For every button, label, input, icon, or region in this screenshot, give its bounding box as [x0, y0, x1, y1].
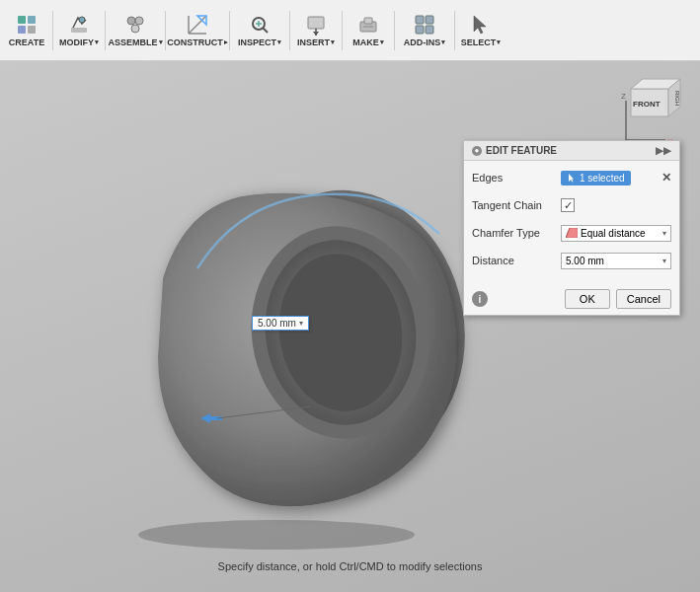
- make-icon: [357, 14, 379, 36]
- inspect-label: INSPECT▾: [238, 37, 281, 47]
- toolbar-group-construct: CONSTRUCT ▸: [173, 10, 222, 51]
- construct-button[interactable]: CONSTRUCT ▸: [173, 10, 222, 51]
- footer-buttons: OK Cancel: [565, 289, 671, 309]
- toolbar-group-inspect: INSPECT▾: [237, 10, 282, 51]
- insert-label: INSERT▾: [297, 37, 335, 47]
- tangent-chain-value: ✓: [561, 198, 671, 212]
- svg-point-34: [138, 520, 415, 550]
- insert-button[interactable]: INSERT▾: [297, 10, 335, 51]
- create-button[interactable]: CREATE: [8, 10, 45, 51]
- nav-cube[interactable]: Z X FRONT RIGH: [611, 71, 690, 150]
- toolbar-group-assemble: ASSEMBLE▾: [113, 10, 158, 51]
- info-button[interactable]: i: [472, 291, 488, 307]
- toolbar-group-select: SELECT▾: [462, 10, 500, 51]
- distance-value-container: 5.00 mm ▾: [561, 253, 671, 269]
- svg-rect-26: [426, 26, 433, 34]
- sep4: [229, 11, 230, 50]
- make-button[interactable]: MAKE▾: [350, 10, 387, 51]
- svg-marker-27: [474, 16, 486, 34]
- inspect-button[interactable]: INSPECT▾: [237, 10, 282, 51]
- edges-value-container: 1 selected: [561, 171, 658, 185]
- sep7: [394, 11, 395, 50]
- sep8: [454, 11, 455, 50]
- panel-header: ● EDIT FEATURE ▶▶: [464, 141, 679, 161]
- distance-value: 5.00 mm: [566, 256, 604, 266]
- addins-icon: [414, 14, 435, 36]
- edges-row: Edges 1 selected ✕: [472, 167, 671, 188]
- toolbar-group-make: MAKE▾: [350, 10, 387, 51]
- chamfer-type-value: Equal distance ▾: [561, 225, 671, 242]
- chamfer-type-label: Chamfer Type: [472, 227, 561, 239]
- sep2: [105, 11, 106, 50]
- distance-field[interactable]: 5.00 mm ▾: [561, 253, 671, 269]
- create-label: CREATE: [9, 37, 44, 47]
- svg-rect-0: [18, 16, 26, 24]
- cursor-icon: [567, 173, 577, 183]
- dim-dropdown-arrow[interactable]: ▾: [299, 319, 303, 328]
- svg-line-9: [189, 16, 206, 34]
- svg-rect-23: [416, 16, 424, 24]
- svg-rect-17: [308, 17, 324, 29]
- canvas-area[interactable]: 5.00 mm ▾ Z X FRONT RIGH ● EDIT FEA: [0, 61, 700, 592]
- svg-point-7: [135, 17, 143, 25]
- svg-marker-44: [569, 174, 574, 183]
- toolbar-group-insert: INSERT▾: [297, 10, 335, 51]
- svg-rect-21: [364, 18, 372, 24]
- model-svg: [59, 120, 484, 555]
- assemble-button[interactable]: ASSEMBLE▾: [113, 10, 158, 51]
- svg-rect-2: [18, 26, 26, 34]
- sep1: [52, 11, 53, 50]
- insert-icon: [305, 14, 327, 36]
- panel-expand-button[interactable]: ▶▶: [656, 145, 671, 156]
- svg-text:FRONT: FRONT: [633, 100, 661, 109]
- svg-text:Z: Z: [621, 92, 626, 101]
- svg-point-6: [127, 17, 135, 25]
- status-bar: Specify distance, or hold Ctrl/CMD to mo…: [0, 560, 700, 572]
- addins-button[interactable]: ADD-INS▾: [402, 10, 447, 51]
- select-button[interactable]: SELECT▾: [462, 10, 500, 51]
- svg-rect-1: [28, 16, 36, 24]
- svg-rect-3: [28, 26, 36, 34]
- sep6: [342, 11, 343, 50]
- chamfer-type-dropdown[interactable]: Equal distance ▾: [561, 225, 671, 242]
- ok-button[interactable]: OK: [565, 289, 610, 309]
- dim-value: 5.00 mm: [258, 318, 296, 329]
- edges-clear-button[interactable]: ✕: [661, 171, 671, 185]
- chamfer-icon: [566, 228, 578, 238]
- cancel-button[interactable]: Cancel: [616, 289, 671, 309]
- sep5: [289, 11, 290, 50]
- tangent-chain-checkbox[interactable]: ✓: [561, 198, 575, 212]
- distance-row: Distance 5.00 mm ▾: [472, 250, 671, 271]
- select-label: SELECT▾: [461, 37, 502, 47]
- chamfer-type-inner: Equal distance: [566, 228, 646, 239]
- panel-title: EDIT FEATURE: [486, 145, 557, 156]
- modify-button[interactable]: MODIFY▾: [60, 10, 98, 51]
- inspect-icon: [249, 14, 271, 36]
- toolbar-group-create: CREATE: [8, 10, 45, 51]
- dimension-label[interactable]: 5.00 mm ▾: [252, 316, 309, 331]
- edges-count: 1 selected: [580, 173, 625, 184]
- chamfer-type-row: Chamfer Type Equal distance ▾: [472, 222, 671, 244]
- svg-text:RIGH: RIGH: [674, 91, 680, 106]
- tangent-chain-row: Tangent Chain ✓: [472, 194, 671, 216]
- construct-icon: [187, 14, 208, 36]
- panel-info-icon: ●: [472, 146, 482, 156]
- edit-feature-panel: ● EDIT FEATURE ▶▶ Edges 1 selected ✕: [463, 140, 680, 316]
- panel-header-left: ● EDIT FEATURE: [472, 145, 557, 156]
- edges-selector-button[interactable]: 1 selected: [561, 171, 631, 185]
- svg-rect-25: [416, 26, 424, 34]
- svg-rect-24: [426, 16, 433, 24]
- toolbar-group-modify: MODIFY▾: [60, 10, 98, 51]
- svg-point-5: [79, 17, 85, 23]
- edges-label: Edges: [472, 172, 561, 184]
- svg-line-14: [264, 28, 269, 33]
- toolbar: CREATE MODIFY▾: [0, 0, 700, 61]
- tangent-chain-label: Tangent Chain: [472, 199, 561, 211]
- toolbar-group-addins: ADD-INS▾: [402, 10, 447, 51]
- construct-label: CONSTRUCT ▸: [167, 37, 228, 47]
- status-text: Specify distance, or hold Ctrl/CMD to mo…: [218, 560, 483, 572]
- checkbox-checkmark: ✓: [564, 199, 573, 212]
- select-icon: [470, 14, 492, 36]
- create-icon: [16, 14, 38, 36]
- addins-label: ADD-INS▾: [404, 37, 446, 47]
